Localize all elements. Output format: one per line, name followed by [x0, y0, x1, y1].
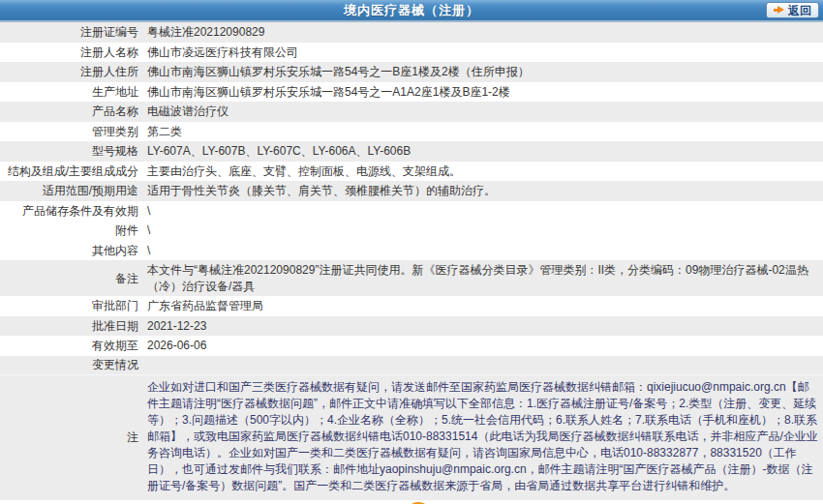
row-label: 结构及组成/主要组成成分 [0, 163, 147, 179]
row-label: 变更情况 [0, 357, 147, 372]
row-value: 佛山市凌远医疗科技有限公司 [147, 43, 823, 63]
row-value: 企业如对进口和国产三类医疗器械数据有疑问，请发送邮件至国家药监局医疗器械数据纠错… [147, 375, 823, 500]
row-value: 广东省药品监督管理局 [147, 296, 823, 316]
row-label: 产品储存条件及有效期 [0, 203, 147, 219]
row-value [147, 363, 823, 367]
row-label: 注册证编号 [0, 24, 147, 40]
table-row: 管理类别第二类 [0, 122, 823, 142]
row-label: 注 [0, 430, 147, 445]
table-row: 备注本文件与“粤械注准20212090829”注册证共同使用。新《医疗器械分类目… [0, 260, 823, 296]
table-row: 附件\ [0, 221, 823, 241]
table-row: 有效期至2026-06-06 [0, 336, 823, 356]
row-label: 注册人住所 [0, 64, 147, 79]
row-label: 附件 [0, 222, 147, 238]
row-label: 有效期至 [0, 338, 147, 353]
arrow-right-icon [774, 6, 784, 15]
table-row: 审批部门广东省药品监督管理局 [0, 296, 823, 316]
table-row: 产品名称电磁波谱治疗仪 [0, 102, 823, 122]
row-value: 电磁波谱治疗仪 [147, 102, 823, 122]
row-label: 备注 [0, 271, 147, 286]
row-label: 其他内容 [0, 243, 147, 258]
row-value: 第二类 [147, 122, 823, 142]
table-row: 注册证编号粤械注准20212090829 [0, 22, 823, 43]
back-button-top[interactable]: 返回 [766, 2, 819, 18]
table-row: 结构及组成/主要组成成分主要由治疗头、底座、支臂、控制面板、电源线、支架组成。 [0, 162, 823, 182]
row-value: 粤械注准20212090829 [147, 22, 823, 43]
row-value: 2021-12-23 [147, 316, 823, 337]
table-row: 注册人名称佛山市凌远医疗科技有限公司 [0, 43, 823, 63]
table-row: 注企业如对进口和国产三类医疗器械数据有疑问，请发送邮件至国家药监局医疗器械数据纠… [0, 374, 823, 500]
table-row: 生产地址佛山市南海区狮山镇罗村乐安乐城一路54号之一A1A2座1楼及B座1-2楼 [0, 82, 823, 103]
row-label: 生产地址 [0, 84, 147, 100]
row-label: 管理类别 [0, 124, 147, 139]
page-footer: 返回 [0, 500, 823, 504]
table-row: 型号规格LY-607A、LY-607B、LY-607C、LY-606A、LY-6… [0, 141, 823, 162]
row-value: \ [147, 201, 823, 222]
table-row: 变更情况 [0, 356, 823, 374]
row-label: 批准日期 [0, 318, 147, 334]
table-row: 批准日期2021-12-23 [0, 316, 823, 337]
row-label: 审批部门 [0, 298, 147, 313]
row-value: \ [147, 221, 823, 241]
row-label: 型号规格 [0, 143, 147, 159]
back-button-top-label: 返回 [788, 5, 811, 16]
row-value: LY-607A、LY-607B、LY-607C、LY-606A、LY-606B [147, 141, 823, 162]
row-value: 2026-06-06 [147, 336, 823, 356]
row-value: 本文件与“粤械注准20212090829”注册证共同使用。新《医疗器械分类目录》… [147, 260, 823, 296]
page-title: 境内医疗器械（注册） [344, 2, 479, 19]
registration-table: 注册证编号粤械注准20212090829注册人名称佛山市凌远医疗科技有限公司注册… [0, 22, 823, 500]
row-value: 主要由治疗头、底座、支臂、控制面板、电源线、支架组成。 [147, 162, 823, 182]
table-row: 注册人住所佛山市南海区狮山镇罗村乐安乐城一路54号之一B座1楼及2楼（住所申报） [0, 62, 823, 82]
table-row: 产品储存条件及有效期\ [0, 201, 823, 222]
medical-device-registration-page: 境内医疗器械（注册） 返回 注册证编号粤械注准20212090829注册人名称佛… [0, 0, 823, 504]
row-label: 注册人名称 [0, 44, 147, 60]
row-label: 产品名称 [0, 104, 147, 119]
table-row: 其他内容\ [0, 241, 823, 261]
row-value: 佛山市南海区狮山镇罗村乐安乐城一路54号之一B座1楼及2楼（住所申报） [147, 62, 823, 82]
row-value: 适用于骨性关节炎（膝关节、肩关节、颈椎腰椎关节）的辅助治疗。 [147, 181, 823, 201]
table-row: 适用范围/预期用途适用于骨性关节炎（膝关节、肩关节、颈椎腰椎关节）的辅助治疗。 [0, 181, 823, 201]
row-value: \ [147, 241, 823, 261]
page-header: 境内医疗器械（注册） 返回 [0, 0, 823, 22]
row-label: 适用范围/预期用途 [0, 183, 147, 198]
row-value: 佛山市南海区狮山镇罗村乐安乐城一路54号之一A1A2座1楼及B座1-2楼 [147, 82, 823, 103]
